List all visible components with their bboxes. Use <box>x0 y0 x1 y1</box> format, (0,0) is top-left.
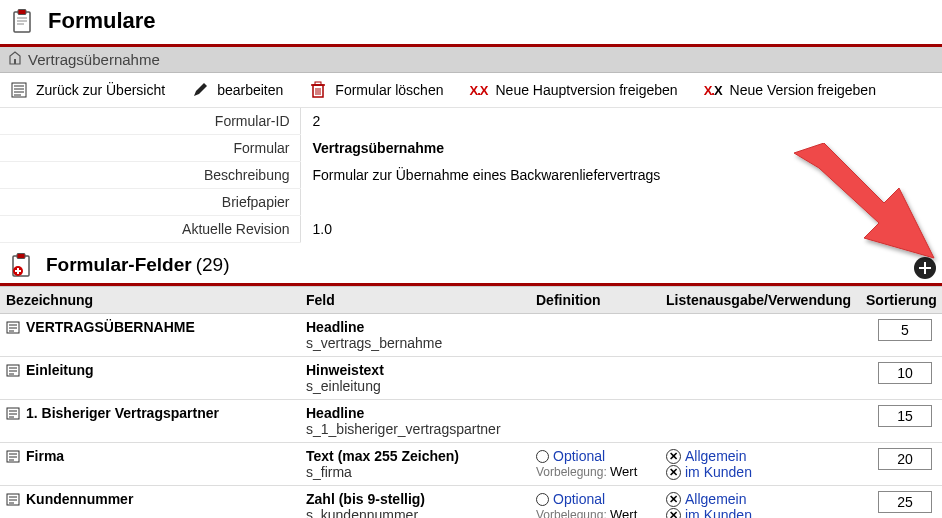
feld-type: Headline <box>306 319 524 335</box>
svg-rect-16 <box>315 82 321 85</box>
cell-bezeichnung: VERTRAGSÜBERNAHME <box>0 314 300 340</box>
col-header-bezeichnung[interactable]: Bezeichnung <box>0 287 300 313</box>
sort-input[interactable] <box>878 491 932 513</box>
minor-release-button[interactable]: X.X Neue Version freigeben <box>704 81 876 99</box>
add-field-button[interactable] <box>914 257 936 279</box>
cell-sortierung <box>860 443 942 475</box>
feld-type: Text (max 255 Zeichen) <box>306 448 524 464</box>
delete-label: Formular löschen <box>335 82 443 98</box>
value-formular: Vertragsübernahme <box>300 135 942 162</box>
cell-sortierung <box>860 400 942 432</box>
grid-body: VERTRAGSÜBERNAHMEHeadlines_vertrags_bern… <box>0 314 942 518</box>
definition-prefill: Vorbelegung: Wert <box>536 464 654 479</box>
bezeichnung-text: Firma <box>26 448 64 464</box>
definition-optional[interactable]: Optional <box>553 491 605 507</box>
col-header-feld[interactable]: Feld <box>300 287 530 313</box>
col-header-sortierung[interactable]: Sortierung <box>860 287 942 313</box>
value-briefpapier <box>300 189 942 216</box>
cell-definition <box>530 314 660 324</box>
circle-x-icon: ✕ <box>666 465 681 480</box>
table-row[interactable]: VERTRAGSÜBERNAHMEHeadlines_vertrags_bern… <box>0 314 942 357</box>
cell-feld: Headlines_vertrags_bernahme <box>300 314 530 356</box>
table-row[interactable]: FirmaText (max 255 Zeichen)s_firmaOption… <box>0 443 942 486</box>
page-header: Formulare <box>0 0 942 44</box>
cell-listenausgabe <box>660 357 860 367</box>
version-minor-icon: X.X <box>704 81 722 99</box>
svg-rect-18 <box>17 254 25 259</box>
col-header-definition[interactable]: Definition <box>530 287 660 313</box>
feld-code: s_firma <box>306 464 524 480</box>
label-formular: Formular <box>0 135 300 162</box>
usage-imkunden[interactable]: im Kunden <box>685 464 752 480</box>
table-row[interactable]: KundennummerZahl (bis 9-stellig)s_kunden… <box>0 486 942 518</box>
cell-feld: Zahl (bis 9-stellig)s_kundennummer <box>300 486 530 518</box>
cell-feld: Headlines_1_bisheriger_vertragspartner <box>300 400 530 442</box>
major-release-button[interactable]: X.X Neue Hauptversion freigeben <box>469 81 677 99</box>
minor-release-label: Neue Version freigeben <box>730 82 876 98</box>
building-icon <box>8 51 22 68</box>
cell-definition: OptionalVorbelegung: Wert <box>530 443 660 484</box>
section-title: Formular-Felder <box>46 254 192 276</box>
bezeichnung-text: Kundennummer <box>26 491 133 507</box>
form-field-icon <box>6 320 20 334</box>
bezeichnung-text: VERTRAGSÜBERNAHME <box>26 319 195 335</box>
feld-type: Zahl (bis 9-stellig) <box>306 491 524 507</box>
delete-button[interactable]: Formular löschen <box>309 81 443 99</box>
form-field-icon <box>6 406 20 420</box>
major-release-label: Neue Hauptversion freigeben <box>495 82 677 98</box>
sort-input[interactable] <box>878 448 932 470</box>
value-revision: 1.0 <box>300 216 942 243</box>
cell-bezeichnung: Kundennummer <box>0 486 300 512</box>
list-icon <box>10 81 28 99</box>
cell-definition <box>530 400 660 410</box>
back-button[interactable]: Zurück zur Übersicht <box>10 81 165 99</box>
circle-x-icon: ✕ <box>666 492 681 507</box>
definition-prefill: Vorbelegung: Wert <box>536 507 654 518</box>
definition-optional[interactable]: Optional <box>553 448 605 464</box>
sort-input[interactable] <box>878 362 932 384</box>
usage-allgemein[interactable]: Allgemein <box>685 448 746 464</box>
usage-allgemein[interactable]: Allgemein <box>685 491 746 507</box>
col-header-listenausgabe[interactable]: Listenausgabe/Verwendung <box>660 287 860 313</box>
circle-empty-icon <box>536 450 549 463</box>
value-beschreibung: Formular zur Übernahme eines Backwarenli… <box>300 162 942 189</box>
label-briefpapier: Briefpapier <box>0 189 300 216</box>
cell-listenausgabe <box>660 400 860 410</box>
label-formular-id: Formular-ID <box>0 108 300 135</box>
cell-listenausgabe <box>660 314 860 324</box>
edit-label: bearbeiten <box>217 82 283 98</box>
cell-bezeichnung: 1. Bisheriger Vertragspartner <box>0 400 300 426</box>
circle-x-icon: ✕ <box>666 508 681 519</box>
form-field-icon <box>6 492 20 506</box>
feld-code: s_1_bisheriger_vertragspartner <box>306 421 524 437</box>
feld-type: Headline <box>306 405 524 421</box>
label-beschreibung: Beschreibung <box>0 162 300 189</box>
cell-feld: Text (max 255 Zeichen)s_firma <box>300 443 530 485</box>
clipboard-add-icon <box>10 253 32 277</box>
circle-x-icon: ✕ <box>666 449 681 464</box>
sort-input[interactable] <box>878 319 932 341</box>
cell-listenausgabe: ✕Allgemein✕im Kunden <box>660 486 860 518</box>
svg-rect-5 <box>14 59 16 64</box>
cell-bezeichnung: Firma <box>0 443 300 469</box>
breadcrumb-text: Vertragsübernahme <box>28 51 160 68</box>
grid-header: Bezeichnung Feld Definition Listenausgab… <box>0 286 942 314</box>
cell-bezeichnung: Einleitung <box>0 357 300 383</box>
table-row[interactable]: EinleitungHinweistexts_einleitung <box>0 357 942 400</box>
clipboard-icon <box>10 9 34 33</box>
label-revision: Aktuelle Revision <box>0 216 300 243</box>
feld-code: s_vertrags_bernahme <box>306 335 524 351</box>
sort-input[interactable] <box>878 405 932 427</box>
feld-code: s_einleitung <box>306 378 524 394</box>
svg-rect-1 <box>18 10 26 15</box>
feld-code: s_kundennummer <box>306 507 524 518</box>
cell-sortierung <box>860 314 942 346</box>
section-count: (29) <box>196 254 230 276</box>
detail-table: Formular-ID 2 Formular Vertragsübernahme… <box>0 108 942 243</box>
edit-button[interactable]: bearbeiten <box>191 81 283 99</box>
table-row[interactable]: 1. Bisheriger VertragspartnerHeadlines_1… <box>0 400 942 443</box>
cell-definition <box>530 357 660 367</box>
circle-empty-icon <box>536 493 549 506</box>
usage-imkunden[interactable]: im Kunden <box>685 507 752 518</box>
page-title: Formulare <box>48 8 156 34</box>
